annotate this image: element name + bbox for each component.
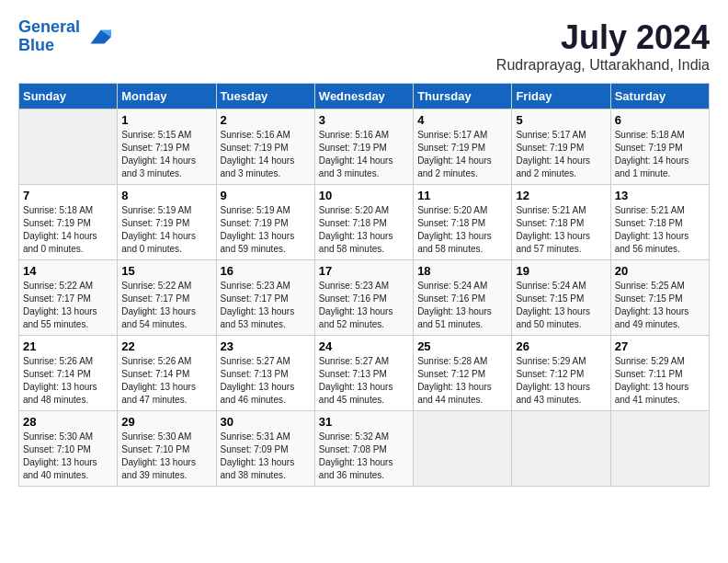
day-info: Sunrise: 5:20 AM Sunset: 7:18 PM Dayligh… bbox=[319, 204, 409, 256]
calendar-cell: 21Sunrise: 5:26 AM Sunset: 7:14 PM Dayli… bbox=[19, 336, 118, 411]
day-info: Sunrise: 5:21 AM Sunset: 7:18 PM Dayligh… bbox=[516, 204, 606, 256]
day-number: 16 bbox=[221, 264, 311, 278]
day-number: 19 bbox=[516, 264, 606, 278]
calendar-cell: 16Sunrise: 5:23 AM Sunset: 7:17 PM Dayli… bbox=[216, 260, 314, 336]
header-row: SundayMondayTuesdayWednesdayThursdayFrid… bbox=[19, 84, 710, 109]
day-number: 1 bbox=[121, 113, 211, 127]
calendar-cell: 12Sunrise: 5:21 AM Sunset: 7:18 PM Dayli… bbox=[512, 185, 610, 260]
day-info: Sunrise: 5:25 AM Sunset: 7:15 PM Dayligh… bbox=[615, 280, 705, 331]
day-info: Sunrise: 5:22 AM Sunset: 7:17 PM Dayligh… bbox=[121, 280, 211, 331]
day-number: 21 bbox=[23, 339, 113, 353]
day-number: 26 bbox=[516, 339, 606, 353]
calendar-cell: 8Sunrise: 5:19 AM Sunset: 7:19 PM Daylig… bbox=[118, 185, 216, 260]
day-info: Sunrise: 5:30 AM Sunset: 7:10 PM Dayligh… bbox=[121, 431, 211, 482]
day-info: Sunrise: 5:17 AM Sunset: 7:19 PM Dayligh… bbox=[516, 129, 606, 180]
day-number: 12 bbox=[516, 189, 606, 202]
day-info: Sunrise: 5:27 AM Sunset: 7:13 PM Dayligh… bbox=[319, 355, 409, 407]
day-info: Sunrise: 5:26 AM Sunset: 7:14 PM Dayligh… bbox=[23, 355, 113, 407]
calendar-cell: 10Sunrise: 5:20 AM Sunset: 7:18 PM Dayli… bbox=[314, 185, 413, 260]
title-block: July 2024 Rudraprayag, Uttarakhand, Indi… bbox=[496, 18, 710, 74]
day-info: Sunrise: 5:26 AM Sunset: 7:14 PM Dayligh… bbox=[121, 355, 211, 407]
day-number: 6 bbox=[615, 113, 705, 127]
header-saturday: Saturday bbox=[610, 84, 709, 109]
day-number: 31 bbox=[319, 415, 409, 429]
day-info: Sunrise: 5:18 AM Sunset: 7:19 PM Dayligh… bbox=[23, 204, 113, 256]
calendar-cell: 13Sunrise: 5:21 AM Sunset: 7:18 PM Dayli… bbox=[610, 185, 709, 260]
logo-text: General Blue bbox=[18, 18, 80, 55]
calendar-cell: 24Sunrise: 5:27 AM Sunset: 7:13 PM Dayli… bbox=[314, 336, 413, 411]
calendar-cell: 28Sunrise: 5:30 AM Sunset: 7:10 PM Dayli… bbox=[19, 411, 118, 487]
week-row-5: 28Sunrise: 5:30 AM Sunset: 7:10 PM Dayli… bbox=[19, 411, 710, 487]
day-number: 2 bbox=[221, 113, 311, 127]
calendar-cell bbox=[19, 109, 118, 185]
logo: General Blue bbox=[18, 18, 111, 55]
week-row-1: 1Sunrise: 5:15 AM Sunset: 7:19 PM Daylig… bbox=[19, 109, 710, 185]
day-number: 24 bbox=[319, 339, 409, 353]
day-number: 7 bbox=[23, 189, 113, 202]
day-info: Sunrise: 5:30 AM Sunset: 7:10 PM Dayligh… bbox=[23, 431, 113, 482]
day-number: 20 bbox=[615, 264, 705, 278]
calendar-cell: 2Sunrise: 5:16 AM Sunset: 7:19 PM Daylig… bbox=[216, 109, 314, 185]
day-number: 25 bbox=[417, 339, 507, 353]
page-header: General Blue July 2024 Rudraprayag, Utta… bbox=[18, 18, 710, 74]
day-info: Sunrise: 5:29 AM Sunset: 7:11 PM Dayligh… bbox=[615, 355, 705, 407]
week-row-2: 7Sunrise: 5:18 AM Sunset: 7:19 PM Daylig… bbox=[19, 185, 710, 260]
day-number: 28 bbox=[23, 415, 113, 429]
calendar-cell: 29Sunrise: 5:30 AM Sunset: 7:10 PM Dayli… bbox=[118, 411, 216, 487]
calendar-cell: 19Sunrise: 5:24 AM Sunset: 7:15 PM Dayli… bbox=[512, 260, 610, 336]
header-sunday: Sunday bbox=[19, 84, 118, 109]
day-number: 29 bbox=[121, 415, 211, 429]
header-thursday: Thursday bbox=[414, 84, 512, 109]
calendar-cell bbox=[512, 411, 610, 487]
day-info: Sunrise: 5:31 AM Sunset: 7:09 PM Dayligh… bbox=[221, 431, 311, 482]
day-info: Sunrise: 5:29 AM Sunset: 7:12 PM Dayligh… bbox=[516, 355, 606, 407]
calendar-cell: 20Sunrise: 5:25 AM Sunset: 7:15 PM Dayli… bbox=[610, 260, 709, 336]
header-monday: Monday bbox=[118, 84, 216, 109]
calendar-cell bbox=[610, 411, 709, 487]
day-number: 18 bbox=[417, 264, 507, 278]
day-info: Sunrise: 5:15 AM Sunset: 7:19 PM Dayligh… bbox=[121, 129, 211, 180]
calendar-cell: 4Sunrise: 5:17 AM Sunset: 7:19 PM Daylig… bbox=[414, 109, 512, 185]
day-number: 17 bbox=[319, 264, 409, 278]
calendar-cell: 17Sunrise: 5:23 AM Sunset: 7:16 PM Dayli… bbox=[314, 260, 413, 336]
day-number: 30 bbox=[221, 415, 311, 429]
day-number: 4 bbox=[417, 113, 507, 127]
day-number: 8 bbox=[121, 189, 211, 202]
day-number: 15 bbox=[121, 264, 211, 278]
logo-icon bbox=[84, 23, 111, 51]
day-info: Sunrise: 5:24 AM Sunset: 7:16 PM Dayligh… bbox=[417, 280, 507, 331]
calendar-cell: 7Sunrise: 5:18 AM Sunset: 7:19 PM Daylig… bbox=[19, 185, 118, 260]
day-info: Sunrise: 5:22 AM Sunset: 7:17 PM Dayligh… bbox=[23, 280, 113, 331]
day-number: 5 bbox=[516, 113, 606, 127]
day-info: Sunrise: 5:32 AM Sunset: 7:08 PM Dayligh… bbox=[319, 431, 409, 482]
day-info: Sunrise: 5:24 AM Sunset: 7:15 PM Dayligh… bbox=[516, 280, 606, 331]
day-info: Sunrise: 5:20 AM Sunset: 7:18 PM Dayligh… bbox=[417, 204, 507, 256]
day-number: 3 bbox=[319, 113, 409, 127]
month-year: July 2024 bbox=[496, 18, 710, 57]
day-number: 11 bbox=[417, 189, 507, 202]
day-info: Sunrise: 5:27 AM Sunset: 7:13 PM Dayligh… bbox=[221, 355, 311, 407]
calendar-cell: 9Sunrise: 5:19 AM Sunset: 7:19 PM Daylig… bbox=[216, 185, 314, 260]
calendar-cell: 31Sunrise: 5:32 AM Sunset: 7:08 PM Dayli… bbox=[314, 411, 413, 487]
day-info: Sunrise: 5:16 AM Sunset: 7:19 PM Dayligh… bbox=[319, 129, 409, 180]
day-info: Sunrise: 5:16 AM Sunset: 7:19 PM Dayligh… bbox=[221, 129, 311, 180]
header-wednesday: Wednesday bbox=[314, 84, 413, 109]
day-info: Sunrise: 5:17 AM Sunset: 7:19 PM Dayligh… bbox=[417, 129, 507, 180]
calendar-cell: 30Sunrise: 5:31 AM Sunset: 7:09 PM Dayli… bbox=[216, 411, 314, 487]
week-row-3: 14Sunrise: 5:22 AM Sunset: 7:17 PM Dayli… bbox=[19, 260, 710, 336]
calendar-cell bbox=[414, 411, 512, 487]
calendar-cell: 23Sunrise: 5:27 AM Sunset: 7:13 PM Dayli… bbox=[216, 336, 314, 411]
day-number: 22 bbox=[121, 339, 211, 353]
calendar-cell: 18Sunrise: 5:24 AM Sunset: 7:16 PM Dayli… bbox=[414, 260, 512, 336]
calendar-cell: 27Sunrise: 5:29 AM Sunset: 7:11 PM Dayli… bbox=[610, 336, 709, 411]
calendar-table: SundayMondayTuesdayWednesdayThursdayFrid… bbox=[18, 83, 710, 487]
day-info: Sunrise: 5:28 AM Sunset: 7:12 PM Dayligh… bbox=[417, 355, 507, 407]
week-row-4: 21Sunrise: 5:26 AM Sunset: 7:14 PM Dayli… bbox=[19, 336, 710, 411]
calendar-cell: 6Sunrise: 5:18 AM Sunset: 7:19 PM Daylig… bbox=[610, 109, 709, 185]
day-number: 10 bbox=[319, 189, 409, 202]
day-info: Sunrise: 5:23 AM Sunset: 7:17 PM Dayligh… bbox=[221, 280, 311, 331]
day-number: 14 bbox=[23, 264, 113, 278]
location: Rudraprayag, Uttarakhand, India bbox=[496, 57, 710, 74]
day-info: Sunrise: 5:18 AM Sunset: 7:19 PM Dayligh… bbox=[615, 129, 705, 180]
day-info: Sunrise: 5:19 AM Sunset: 7:19 PM Dayligh… bbox=[221, 204, 311, 256]
